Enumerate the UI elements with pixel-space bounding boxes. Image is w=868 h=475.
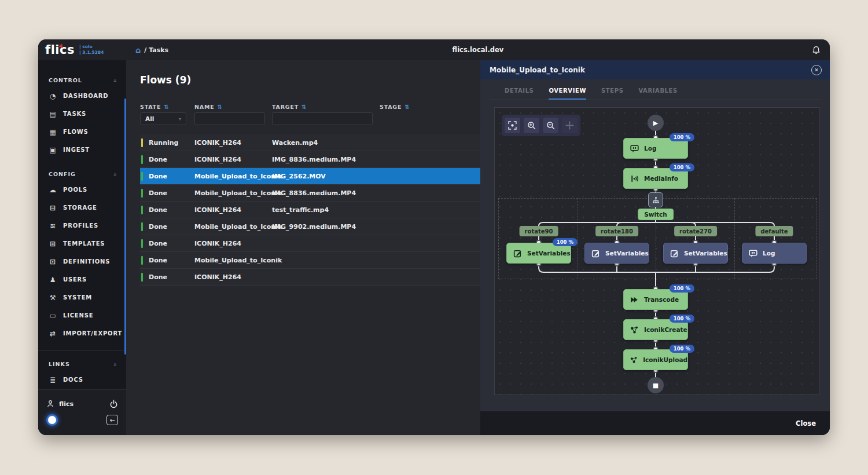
- tab-steps[interactable]: STEPS: [601, 87, 623, 100]
- sidebar-item-tasks[interactable]: ▤TASKS: [38, 105, 126, 123]
- flow-node-mediainfo[interactable]: 100 % MediaInfo: [623, 168, 688, 189]
- collapse-section-icon[interactable]: ▵: [113, 77, 117, 83]
- sidebar: flics | solo | 3.1.5284 CONTROL ▵ ◔DASHB…: [38, 39, 126, 435]
- table-row[interactable]: Done ICONIK_H264: [140, 269, 480, 286]
- sidebar-item-license[interactable]: ▭LICENSE: [38, 306, 126, 324]
- sidebar-item-users[interactable]: ♟USERS: [38, 271, 126, 288]
- table-row[interactable]: Done Mobile_Upload_to_Iconik: [140, 252, 480, 269]
- setvariables-icon: [670, 249, 679, 258]
- tab-variables[interactable]: VARIABLES: [638, 87, 677, 100]
- definitions-icon: ⊡: [49, 258, 57, 266]
- current-user[interactable]: flics: [46, 400, 73, 408]
- flows-icon: ▦: [49, 128, 57, 136]
- page-title: Flows (9): [140, 74, 480, 86]
- sort-icon[interactable]: ⇅: [164, 104, 169, 110]
- sidebar-item-templates[interactable]: ⊞TEMPLATES: [38, 235, 126, 253]
- flow-end-node[interactable]: ■: [648, 377, 664, 393]
- column-header-target[interactable]: TARGET⇅: [272, 104, 380, 110]
- flow-node-log[interactable]: 100 % Log: [623, 138, 688, 159]
- progress-badge: 100 %: [670, 315, 694, 323]
- collapse-section-icon[interactable]: ▵: [113, 361, 117, 367]
- state-indicator: [141, 138, 143, 147]
- zoom-out-button[interactable]: [543, 118, 558, 133]
- flow-node-setvariables-rotate180[interactable]: SetVariables: [584, 243, 649, 264]
- case-label-rotate180[interactable]: rotate180: [595, 226, 638, 236]
- column-header-stage[interactable]: STAGE⇅: [380, 104, 480, 110]
- column-header-state[interactable]: STATE⇅: [140, 104, 194, 110]
- flow-node-iconikcreate[interactable]: 100 % IconikCreate: [623, 319, 688, 340]
- flow-node-setvariables-rotate90[interactable]: 100 % SetVariables: [506, 243, 571, 264]
- fit-view-button[interactable]: [505, 118, 520, 133]
- flow-canvas[interactable]: ▶ 100 % Log 100 % MediaInfo: [494, 107, 819, 395]
- table-row-selected[interactable]: Done Mobile_Upload_to_IconikIMG_2562.MOV: [140, 168, 480, 185]
- tab-details[interactable]: DETAILS: [505, 87, 534, 100]
- breadcrumb[interactable]: ⌂ / Tasks: [135, 46, 286, 54]
- sidebar-item-docs[interactable]: ≣DOCS: [38, 371, 126, 389]
- state-indicator: [141, 172, 143, 181]
- power-icon[interactable]: [109, 400, 118, 408]
- target-filter-input[interactable]: [272, 112, 373, 125]
- nav-section-control[interactable]: CONTROL ▵: [38, 73, 126, 87]
- collapse-section-icon[interactable]: ▵: [113, 171, 117, 177]
- zoom-in-icon: [527, 121, 536, 130]
- docs-icon: ≣: [49, 376, 57, 384]
- state-indicator: [141, 155, 143, 164]
- flow-node-transcode[interactable]: 100 % Transcode: [623, 289, 688, 310]
- case-label-rotate90[interactable]: rotate90: [520, 226, 558, 236]
- notifications-button[interactable]: [670, 46, 821, 54]
- collapse-sidebar-button[interactable]: ←: [106, 415, 118, 425]
- nav-section-links[interactable]: LINKS ▵: [38, 357, 126, 371]
- status-toggle[interactable]: [48, 416, 56, 424]
- state-indicator: [141, 189, 143, 198]
- switch-icon[interactable]: [648, 192, 663, 207]
- sort-icon[interactable]: ⇅: [404, 104, 410, 110]
- sidebar-item-flows[interactable]: ▦FLOWS: [38, 123, 126, 141]
- chevron-down-icon: ▿: [179, 116, 181, 122]
- flow-start-node[interactable]: ▶: [648, 115, 664, 131]
- case-label-rotate270[interactable]: rotate270: [674, 226, 717, 236]
- license-icon: ▭: [49, 312, 57, 320]
- flow-node-switch[interactable]: Switch: [638, 209, 674, 220]
- column-header-name[interactable]: NAME⇅: [194, 104, 272, 110]
- flows-panel: Flows (9) STATE⇅ NAME⇅ TARGET⇅ STAGE⇅ Al…: [126, 60, 480, 435]
- table-row[interactable]: Done ICONIK_H264IMG_8836.medium.MP4: [140, 151, 480, 168]
- sidebar-item-dashboard[interactable]: ◔DASHBOARD: [38, 87, 126, 105]
- sort-icon[interactable]: ⇅: [301, 104, 307, 110]
- sidebar-item-pools[interactable]: ☁POOLS: [38, 181, 126, 199]
- zoom-out-icon: [546, 121, 555, 130]
- table-row[interactable]: Running ICONIK_H264Wacken.mp4: [140, 134, 480, 151]
- sidebar-scrollbar[interactable]: [124, 98, 126, 355]
- sidebar-item-ingest[interactable]: ▣INGEST: [38, 141, 126, 159]
- users-icon: ♟: [49, 276, 57, 284]
- sidebar-item-definitions[interactable]: ⊡DEFINITIONS: [38, 253, 126, 271]
- hierarchy-icon: [652, 196, 660, 204]
- pan-icon: [565, 121, 574, 130]
- pan-button[interactable]: [562, 118, 578, 133]
- nav-section-config[interactable]: CONFIG ▵: [38, 167, 126, 181]
- state-filter-dropdown[interactable]: All▿: [140, 112, 186, 125]
- case-label-defaulte[interactable]: defaulte: [755, 226, 793, 236]
- detail-panel: Mobile_Upload_to_Iconik ✕ DETAILS OVERVI…: [480, 60, 830, 435]
- zoom-in-button[interactable]: [524, 118, 539, 133]
- table-row[interactable]: Done ICONIK_H264: [140, 235, 480, 252]
- table-row[interactable]: Done Mobile_Upload_to_IconikIMG_8836.med…: [140, 185, 480, 202]
- close-icon: ✕: [814, 67, 819, 73]
- table-row[interactable]: Done Mobile_Upload_to_IconikIMG_9902.med…: [140, 218, 480, 235]
- progress-badge: 100 %: [670, 163, 694, 171]
- close-button[interactable]: Close: [796, 419, 816, 427]
- close-panel-button[interactable]: ✕: [811, 65, 822, 75]
- home-icon[interactable]: ⌂: [135, 46, 141, 54]
- table-row[interactable]: Done ICONIK_H264test_traffic.mp4: [140, 202, 480, 218]
- sort-icon[interactable]: ⇅: [217, 104, 222, 110]
- flow-node-log-defaulte[interactable]: Log: [742, 243, 807, 264]
- flow-node-setvariables-rotate270[interactable]: SetVariables: [663, 243, 728, 264]
- sidebar-item-storage[interactable]: ⊟STORAGE: [38, 199, 126, 217]
- sidebar-item-system[interactable]: ⚒SYSTEM: [38, 288, 126, 306]
- sidebar-item-profiles[interactable]: ≋PROFILES: [38, 217, 126, 235]
- name-filter-input[interactable]: [194, 112, 265, 125]
- progress-badge: 100 %: [670, 284, 694, 293]
- app-logo[interactable]: flics: [45, 44, 75, 56]
- flow-node-iconikupload[interactable]: 100 % IconikUpload: [623, 349, 688, 370]
- sidebar-item-import-export[interactable]: ⇄IMPORT/EXPORT: [38, 324, 126, 342]
- tab-overview[interactable]: OVERVIEW: [549, 87, 586, 100]
